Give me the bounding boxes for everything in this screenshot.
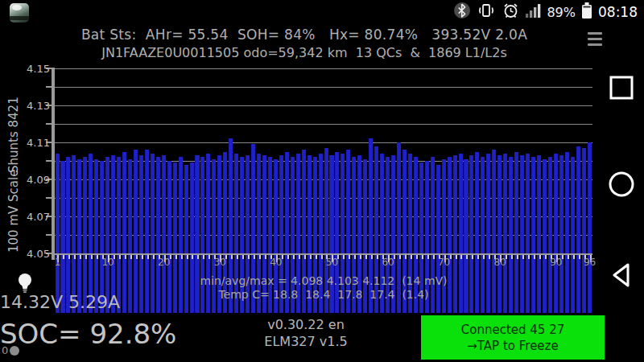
battery-stats-header: Bat Sts: AHr= 55.54 SOH= 84% Hx= 80.74% …	[0, 27, 609, 43]
x-axis-tick	[399, 255, 401, 259]
x-tick-label: 1	[55, 257, 61, 268]
x-axis-tick	[456, 255, 457, 259]
y-tick-label: 4.11	[23, 137, 50, 149]
x-axis-tick	[528, 255, 530, 259]
corner-value-text: 0	[2, 344, 8, 356]
x-tick-label: 10	[101, 257, 114, 268]
x-axis-tick	[472, 255, 473, 259]
x-axis-tick	[360, 255, 361, 259]
gray-dot-icon	[10, 346, 19, 356]
x-axis-tick	[85, 255, 87, 259]
alarm-clock-icon	[502, 2, 520, 23]
x-axis-tick	[539, 255, 541, 259]
gridline	[55, 124, 592, 125]
x-tick-label: 40	[270, 257, 282, 268]
x-axis-tick	[416, 255, 418, 259]
x-axis-tick	[511, 255, 513, 259]
x-axis-tick	[153, 255, 155, 259]
x-tick-label: 30	[214, 257, 226, 268]
x-axis-tick	[97, 255, 98, 259]
hamburger-menu-icon[interactable]	[588, 32, 602, 49]
x-axis-tick	[573, 255, 575, 259]
soc-readout: SOC= 92.8%	[0, 318, 176, 350]
x-axis-tick	[377, 255, 378, 259]
recents-button[interactable]	[606, 72, 637, 103]
temperature-annotation: Temp C= 18.8 18.4 17.8 17.4 (1.4)	[55, 288, 592, 301]
aux-voltage-current-readout: 14.32V 5.29A	[0, 292, 120, 312]
gridline	[55, 142, 592, 143]
x-axis-tick	[254, 255, 255, 259]
x-axis-tick	[208, 255, 210, 259]
x-axis-tick	[489, 255, 490, 259]
vibrate-icon	[477, 2, 496, 23]
x-axis-tick	[466, 255, 468, 259]
x-axis-tick	[517, 255, 518, 259]
x-axis-tick	[545, 255, 547, 259]
x-axis-tick	[304, 255, 306, 259]
x-axis-tick	[265, 255, 266, 259]
gridline	[55, 68, 592, 69]
x-axis-tick	[321, 255, 323, 259]
x-axis-tick	[248, 255, 250, 259]
x-axis-tick	[91, 255, 93, 259]
x-axis-tick	[130, 255, 132, 259]
x-axis-tick	[422, 255, 423, 259]
home-circle-icon	[607, 170, 636, 199]
x-axis-tick	[477, 255, 479, 259]
leafspy-app-icon	[10, 3, 29, 23]
x-axis-tick	[483, 255, 485, 259]
min-avg-max-annotation: min/avg/max = 4.098 4.103 4.112 (14 mV)	[55, 274, 592, 287]
x-axis-tick	[68, 255, 70, 259]
x-axis-tick	[203, 255, 204, 259]
x-axis-tick	[316, 255, 317, 259]
x-tick-label: 96	[584, 257, 596, 268]
connected-freeze-button[interactable]: Connected 45 27 →TAP to Freeze	[421, 315, 605, 360]
home-button[interactable]	[606, 169, 637, 200]
x-tick-label: 50	[326, 257, 338, 268]
x-axis-tick	[136, 255, 138, 259]
x-axis-tick	[579, 255, 580, 259]
y-axis-label-scale: 100 mV Scale	[6, 165, 21, 257]
x-tick-label: 80	[494, 257, 506, 268]
y-tick-label: 4.07	[23, 211, 50, 223]
x-axis-tick	[365, 255, 367, 259]
x-axis-tick	[119, 255, 121, 259]
x-axis-tick	[522, 255, 524, 259]
x-tick-label: 70	[438, 257, 450, 268]
x-axis-tick	[460, 255, 462, 259]
x-axis-tick	[411, 255, 412, 259]
x-axis-tick	[231, 255, 233, 259]
android-status-bar: 89% 08:18	[0, 0, 644, 24]
x-axis-tick	[343, 255, 345, 259]
app-version-text: v0.30.22 en	[233, 316, 378, 333]
recents-square-icon	[608, 74, 635, 101]
x-axis-tick	[293, 255, 295, 259]
y-axis-line	[52, 68, 55, 260]
connect-status-text: Connected 45 27	[461, 322, 564, 338]
x-axis-tick	[405, 255, 407, 259]
back-triangle-icon	[607, 261, 636, 290]
signal-strength-icon	[526, 2, 541, 22]
version-info: v0.30.22 en ELM327 v1.5	[233, 316, 378, 350]
x-tick-label: 60	[382, 257, 394, 268]
x-axis-tick	[287, 255, 289, 259]
back-button[interactable]	[606, 260, 637, 290]
x-axis-tick	[80, 255, 81, 259]
vin-odometer-header: JN1FAAZE0U0011505 odo=59,342 km 13 QCs &…	[0, 45, 609, 60]
x-axis-tick	[299, 255, 300, 259]
x-axis-tick	[371, 255, 373, 259]
x-axis-tick	[125, 255, 126, 259]
gridline	[55, 87, 592, 88]
x-axis-tick	[349, 255, 350, 259]
tap-to-freeze-text: →TAP to Freeze	[467, 338, 558, 354]
x-axis-tick	[187, 255, 188, 259]
battery-percent-text: 89%	[547, 5, 576, 20]
x-axis-tick	[259, 255, 261, 259]
x-axis-tick	[142, 255, 143, 259]
x-axis-tick	[433, 255, 435, 259]
x-axis-tick	[181, 255, 183, 259]
y-tick-label: 4.09	[23, 174, 50, 186]
x-axis-tick	[74, 255, 76, 259]
x-axis-tick	[175, 255, 177, 259]
y-tick-label: 4.13	[23, 100, 50, 112]
